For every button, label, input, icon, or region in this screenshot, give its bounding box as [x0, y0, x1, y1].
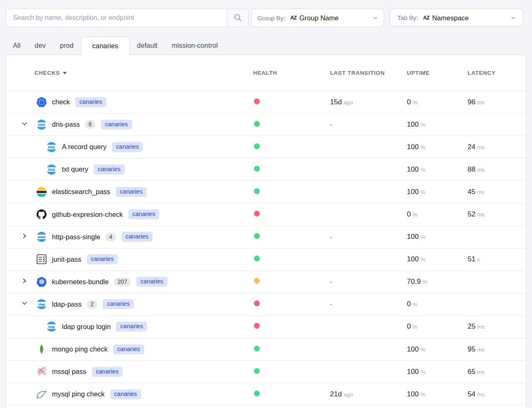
table-row[interactable]: ☸ kubernetes-bundle 207 canaries - 70.9 …: [6, 270, 526, 293]
uptime-value: 70.9: [407, 278, 421, 286]
table-row[interactable]: github-expresion-check canaries 0 % 52 m…: [6, 203, 526, 225]
uptime-unit: %: [420, 391, 425, 398]
namespace-badge[interactable]: canaries: [92, 367, 123, 377]
health-status-dot: [254, 98, 260, 104]
mysql-dolphin-icon: [36, 389, 47, 400]
chevron-right-icon[interactable]: [21, 278, 28, 286]
table-header-row: CHECKS HEALTH LAST TRANSITION UPTIME LAT…: [6, 55, 526, 91]
column-header-checks[interactable]: CHECKS: [6, 70, 253, 76]
namespace-badge[interactable]: canaries: [136, 277, 167, 287]
group-by-select[interactable]: Group By: AZ Group Name: [251, 9, 384, 27]
namespace-badge[interactable]: canaries: [113, 344, 144, 354]
table-row[interactable]: ldap ldap-pass 2 canaries - 0 %: [6, 293, 526, 315]
health-status-dot: [254, 391, 260, 396]
uptime-unit: %: [420, 234, 425, 240]
last-transition-value: -: [330, 121, 332, 128]
latency-value: 52: [468, 210, 475, 219]
check-name: mysql ping check: [52, 390, 105, 398]
table-row[interactable]: check canaries 15d ago 0 % 96 ms: [6, 91, 526, 113]
uptime-value: 100: [407, 165, 419, 174]
namespace-badge[interactable]: canaries: [94, 165, 125, 175]
chevron-down-icon[interactable]: [21, 120, 28, 129]
tab-prod[interactable]: prod: [53, 37, 81, 54]
dns-icon: DNS: [36, 119, 47, 130]
namespace-tab-bar: Alldevprodcanariesdefaultmission-control: [6, 37, 526, 54]
tab-by-label: Tab By:: [397, 9, 418, 27]
latency-unit: ms: [477, 144, 485, 150]
table-row[interactable]: mysql ping check canaries 21d ago 100 % …: [6, 383, 526, 405]
canary-check-icon: [37, 97, 47, 107]
health-status-dot: [254, 368, 260, 374]
check-count-badge: 6: [85, 120, 96, 129]
tab-all[interactable]: All: [6, 37, 27, 54]
check-name: txt query: [62, 165, 88, 173]
latency-unit: s: [477, 256, 480, 263]
health-status-dot: [254, 166, 260, 172]
health-status-dot: [254, 121, 260, 127]
column-header-last-transition: LAST TRANSITION: [330, 70, 407, 76]
check-name: http-pass-single: [52, 233, 100, 241]
tab-mission-control[interactable]: mission-control: [165, 37, 225, 54]
uptime-unit: %: [412, 99, 417, 106]
search-button[interactable]: [227, 9, 248, 27]
table-row-partial: [6, 405, 526, 408]
namespace-badge[interactable]: canaries: [112, 142, 143, 152]
ldap-icon: ldap: [46, 321, 57, 332]
search-box: [6, 9, 249, 27]
chevron-down-icon[interactable]: [21, 300, 28, 308]
sort-alphabetical-icon: AZ: [423, 9, 429, 27]
latency-unit: ms: [477, 324, 485, 330]
namespace-badge[interactable]: canaries: [116, 187, 147, 197]
namespace-badge[interactable]: canaries: [103, 299, 134, 309]
health-status-dot: [254, 188, 260, 194]
uptime-value: 100: [407, 233, 419, 241]
table-row[interactable]: DNS dns-pass 6 canaries - 100 %: [6, 113, 526, 135]
check-name: junit-pass: [52, 256, 81, 263]
uptime-unit: %: [420, 189, 425, 195]
table-row[interactable]: junit-pass canaries 100 % 51 s: [6, 248, 526, 270]
last-transition-value: -: [330, 233, 332, 241]
latency-value: 96: [468, 98, 475, 106]
tab-canaries[interactable]: canaries: [81, 37, 130, 55]
uptime-value: 0: [407, 322, 411, 331]
namespace-badge[interactable]: canaries: [110, 389, 141, 399]
tab-by-select[interactable]: Tab By: AZ Namespace: [390, 9, 523, 27]
namespace-badge[interactable]: canaries: [116, 322, 147, 332]
namespace-badge[interactable]: canaries: [87, 254, 118, 264]
namespace-badge[interactable]: canaries: [128, 209, 160, 219]
table-row[interactable]: mongo ping check canaries 100 % 95 ms: [6, 338, 526, 360]
kubernetes-icon: ☸: [37, 277, 47, 287]
table-row[interactable]: mssql pass canaries 100 % 65 ms: [6, 360, 526, 383]
latency-unit: ms: [477, 347, 485, 353]
group-by-label: Group By:: [257, 15, 286, 22]
latency-value: 65: [468, 368, 475, 376]
search-input[interactable]: [6, 9, 227, 27]
tab-default[interactable]: default: [130, 37, 165, 54]
uptime-unit: %: [420, 167, 425, 173]
check-count-badge: 2: [87, 300, 98, 309]
uptime-value: 100: [407, 368, 419, 376]
chevron-right-icon[interactable]: [21, 233, 28, 241]
namespace-badge[interactable]: canaries: [75, 97, 106, 107]
check-name: kubernetes-bundle: [52, 278, 109, 286]
check-name: dns-pass: [52, 120, 80, 128]
check-name: mssql pass: [52, 368, 86, 376]
table-row[interactable]: DNS A record query canaries 100 % 24 ms: [6, 135, 526, 158]
check-name: ldap group login: [62, 323, 111, 331]
uptime-value: 0: [407, 98, 411, 106]
tab-dev[interactable]: dev: [27, 37, 53, 54]
namespace-badge[interactable]: canaries: [101, 120, 132, 130]
table-row[interactable]: ldap ldap group login canaries 0 % 25 ms: [6, 315, 526, 338]
mongodb-leaf-icon: [36, 344, 47, 355]
health-status-dot: [254, 346, 260, 351]
latency-value: 51: [468, 255, 475, 263]
table-row[interactable]: elasticsearch_pass canaries 100 % 45 ms: [6, 180, 526, 203]
group-by-value: Group Name: [299, 14, 338, 22]
http-globe-icon: www: [36, 231, 47, 242]
last-transition-value: 21d: [330, 390, 342, 398]
table-row[interactable]: www http-pass-single 4 canaries - 100 %: [6, 226, 526, 248]
table-row[interactable]: DNS txt query canaries 100 % 88 ms: [6, 158, 526, 180]
namespace-badge[interactable]: canaries: [121, 232, 153, 242]
health-status-dot: [254, 278, 260, 284]
elasticsearch-icon: [36, 187, 47, 197]
